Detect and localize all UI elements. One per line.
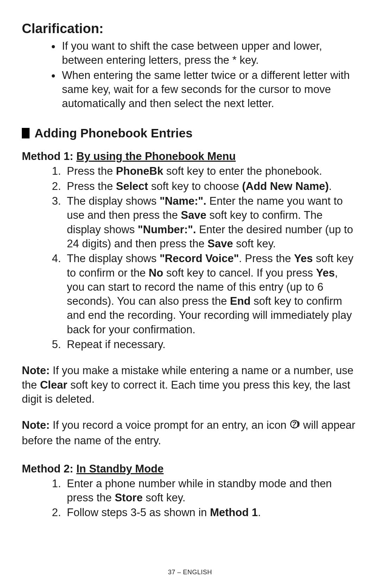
list-item: Follow steps 3-5 as shown in Method 1. xyxy=(64,506,358,520)
clarification-bullets: If you want to shift the case between up… xyxy=(22,39,358,111)
text: soft key to enter the phonebook. xyxy=(163,165,322,177)
option-name: (Add New Name) xyxy=(242,180,329,192)
method1-title: Method 1: By using the Phonebook Menu xyxy=(22,150,358,163)
text: The display shows xyxy=(67,195,160,207)
text: soft key to correct it. Each time you pr… xyxy=(22,379,350,405)
note-2: Note: If you record a voice prompt for a… xyxy=(22,418,358,448)
text: soft key. xyxy=(142,491,185,504)
section-marker-icon xyxy=(22,128,30,138)
text: Press the xyxy=(67,180,116,192)
softkey-name: Yes xyxy=(316,267,335,279)
note-label: Note: xyxy=(22,364,50,377)
softkey-name: Save xyxy=(208,237,233,250)
section-title: Adding Phonebook Entries xyxy=(34,126,192,140)
text: . xyxy=(258,506,261,519)
svg-point-1 xyxy=(293,427,294,428)
note-1: Note: If you make a mistake while enteri… xyxy=(22,364,358,406)
softkey-name: Yes xyxy=(294,252,313,265)
display-label: "Record Voice" xyxy=(160,252,239,265)
text: The display shows xyxy=(67,252,160,265)
softkey-name: No xyxy=(149,267,163,279)
display-label: "Name:". xyxy=(160,195,207,207)
text: . xyxy=(329,180,332,192)
list-item: The display shows "Record Voice". Press … xyxy=(64,252,358,337)
note-label: Note: xyxy=(22,419,50,431)
softkey-name: Save xyxy=(181,209,206,221)
section-header: Adding Phonebook Entries xyxy=(22,126,358,140)
method2-title: Method 2: In Standby Mode xyxy=(22,463,358,475)
text: . Press the xyxy=(239,252,294,265)
text: Follow steps 3-5 as shown in xyxy=(67,506,210,519)
text: soft key. xyxy=(233,237,276,250)
text: soft key to cancel. If you press xyxy=(163,267,316,279)
list-item: Press the Select soft key to choose (Add… xyxy=(64,179,358,193)
softkey-name: End xyxy=(230,295,251,307)
text: soft key to choose xyxy=(148,180,242,192)
voice-prompt-icon xyxy=(290,419,300,433)
list-item: Enter a phone number while in standby mo… xyxy=(64,477,358,505)
softkey-name: Select xyxy=(116,180,148,192)
method2-underline: In Standby Mode xyxy=(76,463,164,475)
method1-underline: By using the Phonebook Menu xyxy=(76,150,236,162)
list-item: The display shows "Name:". Enter the nam… xyxy=(64,194,358,251)
softkey-name: Store xyxy=(115,491,142,504)
list-item: Press the PhoneBk soft key to enter the … xyxy=(64,164,358,178)
display-label: "Number:". xyxy=(138,223,196,236)
softkey-name: Clear xyxy=(40,379,68,391)
list-item: When entering the same letter twice or a… xyxy=(61,68,358,111)
list-item: If you want to shift the case between up… xyxy=(61,39,358,68)
clarification-heading: Clarification: xyxy=(22,21,358,36)
page-footer: 37 – ENGLISH xyxy=(0,569,380,576)
method1-steps: Press the PhoneBk soft key to enter the … xyxy=(22,164,358,352)
softkey-name: PhoneBk xyxy=(116,165,163,177)
method1-prefix: Method 1: xyxy=(22,150,76,162)
text: If you record a voice prompt for an entr… xyxy=(50,419,290,431)
list-item: Repeat if necessary. xyxy=(64,338,358,352)
text: Press the xyxy=(67,165,116,177)
text: Enter a phone number while in standby mo… xyxy=(67,477,332,504)
method2-steps: Enter a phone number while in standby mo… xyxy=(22,477,358,520)
method2-prefix: Method 2: xyxy=(22,463,76,475)
method-ref: Method 1 xyxy=(210,506,258,519)
